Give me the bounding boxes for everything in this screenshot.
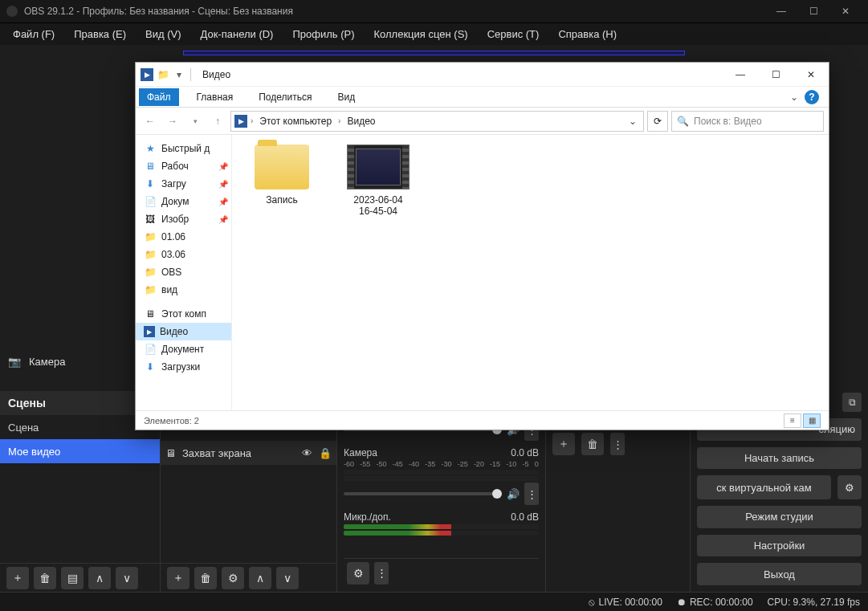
scene-down-button[interactable]: ∨	[116, 567, 138, 589]
video-label-line2: 16-45-04	[338, 206, 418, 217]
help-button[interactable]: ?	[805, 90, 819, 104]
address-dropdown[interactable]: ⌄	[626, 116, 640, 127]
sidebar-documents-2[interactable]: 📄Документ	[136, 340, 231, 358]
channel-3-db: 0.0 dB	[511, 511, 539, 523]
sidebar-folder-vid[interactable]: 📁вид	[136, 281, 231, 299]
breadcrumb-video[interactable]: Видео	[344, 114, 378, 128]
source-label: Захват экрана	[182, 447, 295, 459]
ribbon-tab-file[interactable]: Файл	[139, 88, 179, 106]
visibility-icon[interactable]: 👁	[302, 447, 312, 459]
exit-button[interactable]: Выход	[697, 563, 862, 585]
volume-slider-2[interactable]	[344, 492, 502, 495]
channel-3-name: Микр./доп.	[344, 511, 391, 523]
channel-2-name: Камера	[344, 447, 377, 458]
explorer-navbar: ← → ▾ ↑ ▶ › Этот компьютер › Видео ⌄ ⟳ 🔍…	[136, 108, 829, 135]
source-properties-button[interactable]: ⚙	[222, 567, 244, 589]
transition-menu-button[interactable]: ⋮	[610, 433, 625, 455]
virtual-camera-settings-button[interactable]: ⚙	[837, 475, 862, 499]
rec-time: REC: 00:00:00	[690, 597, 753, 608]
scene-filter-button[interactable]: ▤	[61, 567, 84, 589]
transition-add-button[interactable]: ＋	[552, 433, 575, 455]
obs-app-icon	[6, 6, 18, 17]
sidebar-downloads-2[interactable]: ⬇Загрузки	[136, 358, 231, 376]
start-recording-button[interactable]: Начать запись	[697, 447, 862, 470]
address-bar[interactable]: ▶ › Этот компьютер › Видео ⌄	[230, 111, 644, 132]
maximize-button[interactable]: ☐	[797, 0, 829, 22]
explorer-content[interactable]: Запись 2023-06-04 16-45-04	[232, 135, 829, 410]
settings-button[interactable]: Настройки	[697, 535, 862, 557]
explorer-close-button[interactable]: ✕	[793, 63, 829, 87]
sidebar-documents[interactable]: 📄Докум📌	[136, 193, 231, 210]
scene-add-button[interactable]: ＋	[6, 567, 29, 589]
menu-help[interactable]: Справка (H)	[548, 25, 626, 43]
ribbon-tab-home[interactable]: Главная	[189, 88, 242, 106]
explorer-titlebar[interactable]: ▶ 📁 ▾ Видео — ☐ ✕	[136, 63, 829, 87]
sidebar-desktop[interactable]: 🖥Рабоч📌	[136, 157, 231, 175]
explorer-sidebar: ★Быстрый д 🖥Рабоч📌 ⬇Загру📌 📄Докум📌 🖼Изоб…	[136, 135, 232, 410]
sidebar-folder-0306[interactable]: 📁03.06	[136, 246, 231, 263]
explorer-title: Видео	[198, 69, 235, 80]
video-file-item[interactable]: 2023-06-04 16-45-04	[338, 145, 418, 217]
menu-scene-collection[interactable]: Коллекция сцен (S)	[365, 25, 478, 43]
menu-profile[interactable]: Профиль (P)	[283, 25, 364, 43]
explorer-maximize-button[interactable]: ☐	[758, 63, 793, 87]
source-item[interactable]: 🖥 Захват экрана 👁 🔒	[161, 441, 336, 465]
studio-mode-button[interactable]: Режим студии	[697, 506, 862, 528]
menu-docks[interactable]: Док-панели (D)	[191, 25, 283, 43]
sidebar-video[interactable]: ▶Видео	[136, 323, 231, 340]
refresh-button[interactable]: ⟳	[647, 111, 668, 132]
cpu-stats: CPU: 9.3%, 27.19 fps	[768, 597, 860, 608]
qat-dropdown-icon[interactable]: ▾	[173, 68, 185, 81]
ribbon-tab-share[interactable]: Поделиться	[251, 88, 320, 106]
mixer-menu-button[interactable]: ⋮	[374, 562, 389, 585]
menu-edit[interactable]: Правка (E)	[64, 25, 136, 43]
video-label-line1: 2023-06-04	[338, 194, 418, 206]
virtual-camera-button[interactable]: ск виртуальной кам	[697, 475, 831, 499]
search-box[interactable]: 🔍 Поиск в: Видео	[671, 111, 824, 132]
item-count: Элементов: 2	[144, 416, 199, 426]
menu-tools[interactable]: Сервис (T)	[478, 25, 549, 43]
close-button[interactable]: ✕	[829, 0, 862, 22]
source-remove-button[interactable]: 🗑	[194, 567, 217, 589]
scene-item-1[interactable]: Мое видео	[0, 439, 160, 463]
obs-statusbar: ⦸LIVE: 00:00:00 ⏺REC: 00:00:00 CPU: 9.3%…	[0, 592, 868, 611]
menu-file[interactable]: Файл (F)	[3, 25, 64, 43]
display-capture-icon: 🖥	[165, 447, 176, 459]
explorer-ribbon: Файл Главная Поделиться Вид ⌄ ?	[136, 87, 829, 108]
explorer-minimize-button[interactable]: —	[723, 63, 758, 87]
obs-menubar: Файл (F) Правка (E) Вид (V) Док-панели (…	[0, 22, 868, 45]
folder-item-zapis[interactable]: Запись	[242, 145, 322, 206]
transition-remove-button[interactable]: 🗑	[581, 433, 604, 455]
ribbon-expand-icon[interactable]: ⌄	[790, 92, 798, 103]
scene-remove-button[interactable]: 🗑	[34, 567, 56, 589]
source-down-button[interactable]: ∨	[276, 567, 299, 589]
nav-history-dropdown[interactable]: ▾	[185, 112, 205, 131]
video-library-icon: ▶	[141, 68, 153, 81]
nav-forward-button[interactable]: →	[163, 112, 182, 131]
minimize-button[interactable]: —	[765, 0, 797, 22]
sidebar-this-pc[interactable]: 🖥Этот комп	[136, 305, 231, 323]
sidebar-folder-obs[interactable]: 📁OBS	[136, 263, 231, 281]
channel-menu-2[interactable]: ⋮	[524, 483, 539, 505]
source-add-button[interactable]: ＋	[167, 567, 189, 589]
sidebar-downloads[interactable]: ⬇Загру📌	[136, 175, 231, 193]
details-view-button[interactable]: ≡	[784, 413, 801, 428]
mixer-settings-button[interactable]: ⚙	[347, 562, 369, 585]
rec-stopped-icon: ⏺	[677, 597, 687, 608]
scene-up-button[interactable]: ∧	[88, 567, 111, 589]
sidebar-quick-access[interactable]: ★Быстрый д	[136, 140, 231, 157]
ribbon-tab-view[interactable]: Вид	[329, 88, 363, 106]
source-up-button[interactable]: ∧	[249, 567, 271, 589]
camera-label: Камера	[29, 356, 65, 368]
menu-view[interactable]: Вид (V)	[136, 25, 190, 43]
speaker-icon[interactable]: 🔊	[507, 488, 520, 500]
icons-view-button[interactable]: ▦	[803, 413, 821, 428]
dock-popout-button[interactable]: ⧉	[842, 393, 862, 412]
channel-2-db: 0.0 dB	[511, 447, 539, 458]
sidebar-folder-0106[interactable]: 📁01.06	[136, 228, 231, 246]
breadcrumb-this-pc[interactable]: Этот компьютер	[256, 114, 335, 128]
nav-up-button[interactable]: ↑	[208, 112, 227, 131]
sidebar-pictures[interactable]: 🖼Изобр📌	[136, 210, 231, 228]
nav-back-button[interactable]: ←	[141, 112, 160, 131]
lock-icon[interactable]: 🔒	[319, 447, 332, 459]
